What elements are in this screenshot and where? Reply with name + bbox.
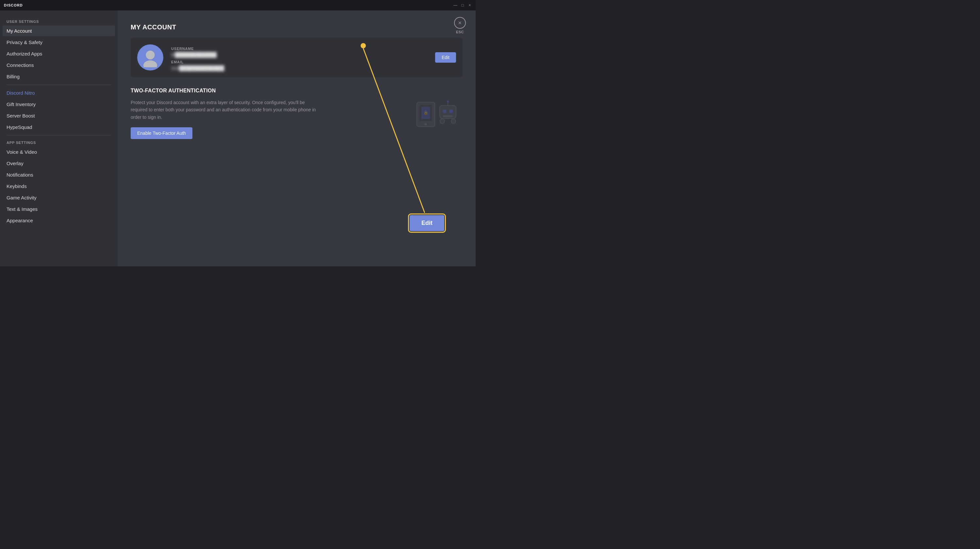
sidebar-item-voice-video[interactable]: Voice & Video <box>3 146 115 157</box>
sidebar-item-label: Billing <box>6 74 20 79</box>
sidebar-divider-2 <box>6 135 111 135</box>
account-info: USERNAME bl████████████ EMAIL mol███████… <box>171 44 456 71</box>
sidebar-item-label: Text & Images <box>6 206 38 212</box>
svg-point-8 <box>442 109 447 113</box>
sidebar-item-billing[interactable]: Billing <box>3 71 115 82</box>
username-value: bl████████████ <box>171 52 456 57</box>
sidebar-item-text-images[interactable]: Text & Images <box>3 204 115 214</box>
page-title: MY ACCOUNT <box>130 24 463 31</box>
svg-point-14 <box>451 119 456 124</box>
tfa-illustration: 🔒 <box>410 99 463 132</box>
edit-account-button[interactable]: Edit <box>435 52 456 63</box>
sidebar-item-keybinds[interactable]: Keybinds <box>3 181 115 192</box>
esc-label: ESC <box>456 30 464 34</box>
email-label: EMAIL <box>171 60 456 64</box>
email-value: mol█████████████ <box>171 65 456 71</box>
sidebar-item-label: Overlay <box>6 160 24 166</box>
sidebar-item-label: Authorized Apps <box>6 51 42 57</box>
settings-sidebar: USER SETTINGS My Account Privacy & Safet… <box>0 10 118 267</box>
tfa-content: Protect your Discord account with an ext… <box>130 99 463 139</box>
sidebar-item-privacy-safety[interactable]: Privacy & Safety <box>3 37 115 48</box>
tfa-text-area: Protect your Discord account with an ext… <box>130 99 320 139</box>
sidebar-item-notifications[interactable]: Notifications <box>3 170 115 180</box>
svg-point-13 <box>440 119 445 124</box>
enable-tfa-button[interactable]: Enable Two-Factor Auth <box>130 127 192 139</box>
minimize-button[interactable]: — <box>453 3 457 7</box>
svg-point-4 <box>424 123 427 126</box>
app-brand: DISCORD <box>4 3 23 7</box>
account-card: USERNAME bl████████████ EMAIL mol███████… <box>130 38 463 77</box>
svg-point-9 <box>449 109 453 113</box>
title-bar: DISCORD — □ × <box>0 0 476 10</box>
sidebar-item-server-boost[interactable]: Server Boost <box>3 110 115 121</box>
sidebar-item-hypesquad[interactable]: HypeSquad <box>3 122 115 133</box>
discord-avatar-icon <box>140 48 160 67</box>
sidebar-item-label: My Account <box>6 28 32 33</box>
sidebar-item-discord-nitro[interactable]: Discord Nitro <box>3 87 115 98</box>
sidebar-item-connections[interactable]: Connections <box>3 60 115 70</box>
sidebar-item-label: Privacy & Safety <box>6 40 43 45</box>
sidebar-item-appearance[interactable]: Appearance <box>3 215 115 226</box>
svg-point-1 <box>143 60 157 67</box>
avatar <box>137 44 163 70</box>
sidebar-item-label: Appearance <box>6 218 33 223</box>
user-settings-header: USER SETTINGS <box>3 17 115 25</box>
sidebar-item-label: Notifications <box>6 172 33 178</box>
sidebar-item-label: Connections <box>6 62 33 68</box>
sidebar-item-label: Voice & Video <box>6 149 37 155</box>
esc-icon[interactable]: ✕ <box>454 17 466 29</box>
sidebar-item-label: Game Activity <box>6 195 37 200</box>
sidebar-item-game-activity[interactable]: Game Activity <box>3 192 115 203</box>
svg-text:🔒: 🔒 <box>423 110 428 115</box>
sidebar-item-label: Keybinds <box>6 183 27 189</box>
tfa-section: TWO-FACTOR AUTHENTICATION Protect your D… <box>130 88 463 139</box>
sidebar-item-my-account[interactable]: My Account <box>3 25 115 36</box>
app-settings-header: APP SETTINGS <box>3 138 115 146</box>
window-controls: — □ × <box>453 3 472 7</box>
sidebar-item-label: Gift Inventory <box>6 102 36 107</box>
svg-point-0 <box>146 51 155 59</box>
svg-point-12 <box>447 100 449 103</box>
sidebar-item-overlay[interactable]: Overlay <box>3 158 115 169</box>
sidebar-item-authorized-apps[interactable]: Authorized Apps <box>3 48 115 59</box>
sidebar-item-label: Discord Nitro <box>6 90 35 96</box>
sidebar-divider-1 <box>6 84 111 85</box>
sidebar-item-gift-inventory[interactable]: Gift Inventory <box>3 99 115 109</box>
username-label: USERNAME <box>171 47 456 51</box>
settings-container: USER SETTINGS My Account Privacy & Safet… <box>0 10 476 267</box>
sidebar-item-label: Server Boost <box>6 113 35 119</box>
close-button[interactable]: × <box>468 3 472 7</box>
svg-rect-10 <box>443 115 453 117</box>
annotation-edit-button[interactable]: Edit <box>410 215 444 231</box>
main-content: ✕ ESC MY ACCOUNT USERNAME bl████████████… <box>118 10 476 267</box>
esc-button[interactable]: ✕ ESC <box>454 17 466 34</box>
tfa-description: Protect your Discord account with an ext… <box>130 99 320 121</box>
maximize-button[interactable]: □ <box>461 3 465 7</box>
tfa-title: TWO-FACTOR AUTHENTICATION <box>130 88 463 94</box>
sidebar-item-label: HypeSquad <box>6 124 32 130</box>
